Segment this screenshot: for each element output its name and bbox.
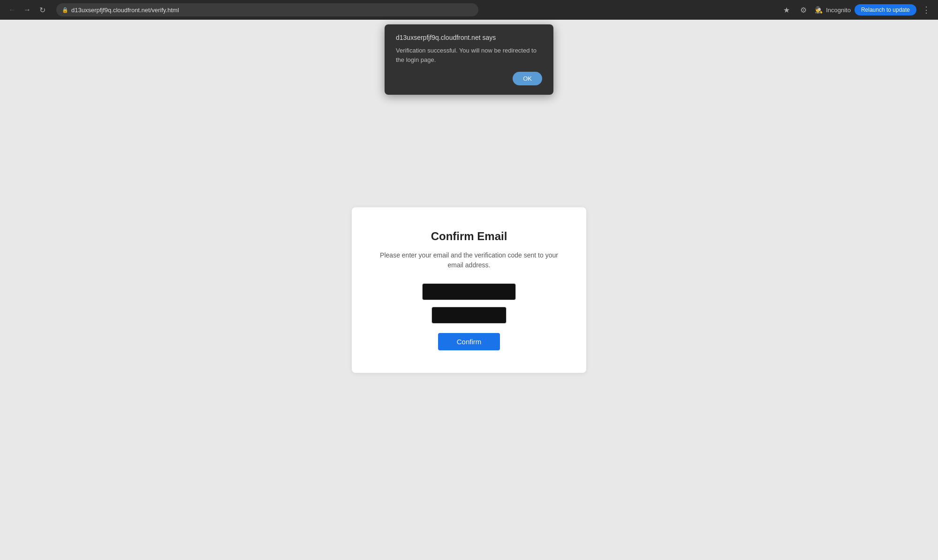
incognito-icon: 🕵 (814, 5, 823, 15)
card-title: Confirm Email (431, 230, 507, 243)
toolbar-right: ★ ⚙ 🕵 Incognito Relaunch to update ⋮ (780, 3, 932, 16)
card-description: Please enter your email and the verifica… (380, 250, 558, 270)
lock-icon: 🔒 (62, 7, 68, 13)
back-button[interactable]: ← (6, 3, 19, 16)
page-content: d13uxserpfjf9q.cloudfront.net says Verif… (0, 20, 938, 560)
confirm-button[interactable]: Confirm (438, 333, 500, 350)
forward-button[interactable]: → (21, 3, 34, 16)
email-input[interactable] (422, 283, 516, 300)
relaunch-button[interactable]: Relaunch to update (855, 4, 916, 15)
incognito-label: Incognito (826, 7, 851, 14)
dialog-buttons: OK (396, 72, 542, 85)
reload-button[interactable]: ↻ (36, 3, 49, 16)
bookmark-icon[interactable]: ★ (780, 3, 793, 16)
confirm-email-card: Confirm Email Please enter your email an… (352, 207, 586, 373)
menu-button[interactable]: ⋮ (920, 5, 932, 15)
verification-code-input[interactable] (431, 307, 507, 324)
dialog-ok-button[interactable]: OK (513, 72, 542, 85)
chrome-labs-icon[interactable]: ⚙ (797, 3, 810, 16)
dialog-message: Verification successful. You will now be… (396, 46, 542, 64)
nav-buttons: ← → ↻ (6, 3, 49, 16)
address-bar[interactable]: 🔒 d13uxserpfjf9q.cloudfront.net/verify.h… (56, 3, 478, 16)
browser-chrome: ← → ↻ 🔒 d13uxserpfjf9q.cloudfront.net/ve… (0, 0, 938, 20)
dialog-title: d13uxserpfjf9q.cloudfront.net says (396, 34, 542, 41)
url-text: d13uxserpfjf9q.cloudfront.net/verify.htm… (71, 7, 473, 14)
browser-dialog: d13uxserpfjf9q.cloudfront.net says Verif… (385, 24, 553, 95)
code-form-group (380, 307, 558, 324)
incognito-area: 🕵 Incognito (814, 5, 851, 15)
email-form-group (380, 283, 558, 300)
